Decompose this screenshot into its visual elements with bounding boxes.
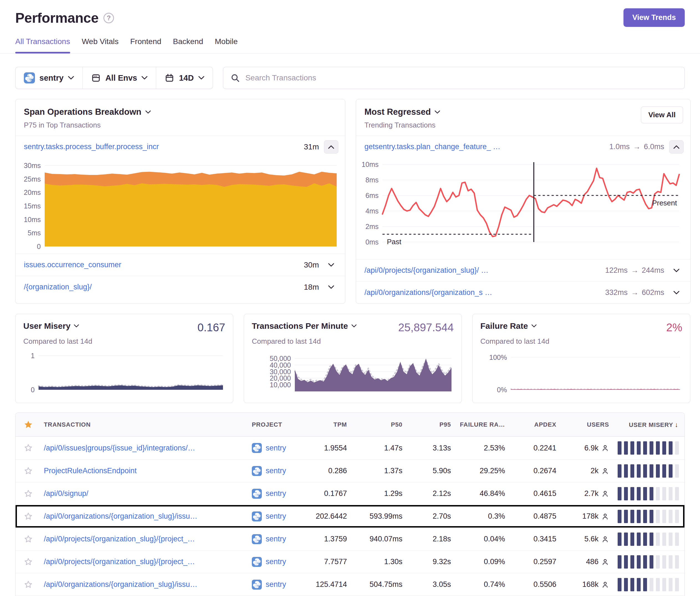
star-outline-icon[interactable] bbox=[24, 466, 33, 476]
star-outline-icon[interactable] bbox=[24, 443, 33, 453]
user-misery-bars bbox=[618, 441, 679, 455]
span-op-duration: 31m bbox=[304, 142, 319, 151]
environments-icon bbox=[91, 73, 101, 83]
transaction-link[interactable]: /api/0/issues|groups/{issue_id}/integrat… bbox=[44, 444, 195, 452]
column-header-p50[interactable]: P50 bbox=[353, 421, 408, 428]
svg-text:10ms: 10ms bbox=[24, 216, 41, 224]
tpm-panel: Transactions Per Minute 25,897.544 Compa… bbox=[244, 314, 462, 403]
transaction-link[interactable]: ProjectRuleActionsEndpoint bbox=[44, 467, 137, 475]
table-row[interactable]: /api/0/projects/{organization_slug}/{pro… bbox=[16, 550, 684, 573]
span-ops-title-dropdown[interactable]: Span Operations Breakdown bbox=[24, 107, 337, 117]
transaction-link[interactable]: /api/0/organizations/{organization_slug}… bbox=[44, 580, 197, 589]
project-link[interactable]: sentry bbox=[266, 467, 286, 475]
star-column-header[interactable] bbox=[16, 420, 41, 430]
expand-toggle-button[interactable] bbox=[669, 286, 684, 300]
tab-backend[interactable]: Backend bbox=[173, 37, 203, 53]
collapse-toggle-button[interactable] bbox=[669, 140, 684, 154]
transaction-link[interactable]: /api/0/projects/{organization_slug}/{pro… bbox=[44, 558, 195, 566]
environment-selector[interactable]: All Envs bbox=[82, 67, 156, 89]
column-header-project[interactable]: PROJECT bbox=[249, 421, 309, 428]
svg-text:0ms: 0ms bbox=[366, 238, 379, 246]
tab-all-transactions[interactable]: All Transactions bbox=[15, 37, 70, 53]
span-op-item-expanded: sentry.tasks.process_buffer.process_incr… bbox=[16, 135, 345, 158]
column-header-user-misery[interactable]: USER MISERY↓ bbox=[615, 421, 684, 429]
failure-rate-subtitle: Compared to last 14d bbox=[480, 337, 682, 346]
failure-rate-value: 29.25% bbox=[457, 467, 511, 475]
column-header-users[interactable]: USERS bbox=[562, 421, 615, 428]
expand-toggle-button[interactable] bbox=[669, 264, 684, 277]
tab-frontend[interactable]: Frontend bbox=[130, 37, 161, 53]
svg-text:6ms: 6ms bbox=[366, 191, 379, 199]
user-misery-title: User Misery bbox=[23, 321, 71, 331]
project-link[interactable]: sentry bbox=[266, 489, 286, 498]
span-op-link[interactable]: /{organization_slug}/ bbox=[24, 283, 92, 291]
user-misery-dropdown[interactable]: User Misery bbox=[23, 321, 79, 331]
user-icon bbox=[601, 490, 609, 498]
search-transactions-box[interactable] bbox=[223, 67, 685, 89]
date-range-selector[interactable]: 14D bbox=[156, 67, 212, 89]
tpm-dropdown[interactable]: Transactions Per Minute bbox=[252, 321, 357, 331]
star-outline-icon[interactable] bbox=[24, 512, 33, 521]
failure-rate-dropdown[interactable]: Failure Rate bbox=[480, 321, 536, 331]
chevron-down-icon bbox=[531, 324, 536, 328]
sort-descending-icon: ↓ bbox=[675, 421, 678, 428]
p95-value: 9.32s bbox=[408, 558, 457, 566]
regressed-transaction-link[interactable]: getsentry.tasks.plan_change_feature_ … bbox=[365, 142, 500, 151]
users-count: 486 bbox=[586, 558, 599, 566]
project-link[interactable]: sentry bbox=[266, 535, 286, 543]
users-count: 2.7k bbox=[584, 489, 599, 498]
regressed-transaction-link[interactable]: /api/0/organizations/{organization_s … bbox=[365, 288, 492, 297]
project-link[interactable]: sentry bbox=[266, 558, 286, 566]
star-outline-icon[interactable] bbox=[24, 535, 33, 544]
transaction-link[interactable]: /api/0/signup/ bbox=[44, 489, 89, 498]
span-op-link[interactable]: sentry.tasks.process_buffer.process_incr bbox=[24, 142, 159, 151]
expand-toggle-button[interactable] bbox=[324, 281, 339, 294]
table-row[interactable]: ProjectRuleActionsEndpoint sentry 0.286 … bbox=[16, 459, 684, 482]
collapse-toggle-button[interactable] bbox=[324, 140, 339, 154]
user-misery-subtitle: Compared to last 14d bbox=[23, 337, 225, 346]
project-link[interactable]: sentry bbox=[266, 512, 286, 521]
column-header-apdex[interactable]: APDEX bbox=[511, 421, 562, 428]
search-input[interactable] bbox=[246, 74, 677, 82]
table-row[interactable]: /api/0/signup/ sentry 0.1767 1.29s 2.12s… bbox=[16, 482, 684, 505]
column-header-transaction[interactable]: TRANSACTION bbox=[41, 421, 249, 428]
project-selector[interactable]: sentry bbox=[16, 67, 82, 89]
chevron-up-icon bbox=[328, 145, 334, 149]
tab-mobile[interactable]: Mobile bbox=[215, 37, 238, 53]
user-misery-bars bbox=[618, 533, 679, 546]
p95-value: 5.90s bbox=[408, 467, 457, 475]
column-header-tpm[interactable]: TPM bbox=[309, 421, 353, 428]
help-icon[interactable]: ? bbox=[103, 13, 114, 23]
tab-web-vitals[interactable]: Web Vitals bbox=[82, 37, 119, 53]
span-op-link[interactable]: issues.occurrence_consumer bbox=[24, 261, 121, 269]
star-outline-icon[interactable] bbox=[24, 489, 33, 498]
most-regressed-title-dropdown[interactable]: Most Regressed bbox=[365, 107, 682, 117]
svg-text:Present: Present bbox=[652, 199, 677, 207]
project-link[interactable]: sentry bbox=[266, 444, 286, 452]
filter-bar: sentry All Envs 14D bbox=[0, 53, 700, 89]
table-row[interactable]: /api/0/projects/{organization_slug}/{pro… bbox=[16, 527, 684, 550]
transaction-link[interactable]: /api/0/organizations/{organization_slug}… bbox=[44, 512, 197, 520]
star-outline-icon[interactable] bbox=[24, 557, 33, 567]
chevron-down-icon bbox=[673, 268, 679, 273]
user-misery-bars bbox=[618, 464, 679, 477]
tpm-subtitle: Compared to last 14d bbox=[252, 337, 454, 346]
star-outline-icon[interactable] bbox=[24, 580, 33, 589]
arrow-right-icon: → bbox=[631, 288, 639, 297]
table-row[interactable]: /api/0/organizations/{organization_slug}… bbox=[16, 573, 684, 596]
table-row[interactable]: /api/0/issues|groups/{issue_id}/integrat… bbox=[16, 437, 684, 459]
chevron-up-icon bbox=[673, 145, 679, 149]
tpm-value: 1.3759 bbox=[309, 535, 353, 543]
project-link[interactable]: sentry bbox=[266, 580, 286, 589]
column-header-failure-rate[interactable]: FAILURE RA… bbox=[457, 421, 511, 428]
view-all-button[interactable]: View All bbox=[641, 106, 683, 123]
regressed-transaction-link[interactable]: /api/0/projects/{organization_slug}/ … bbox=[365, 266, 489, 275]
failure-rate-value: 46.84% bbox=[457, 489, 511, 498]
column-header-p95[interactable]: P95 bbox=[408, 421, 457, 428]
transaction-link[interactable]: /api/0/projects/{organization_slug}/{pro… bbox=[44, 535, 195, 543]
table-row[interactable]: /api/0/organizations/{organization_slug}… bbox=[16, 505, 684, 527]
arrow-right-icon: → bbox=[633, 142, 641, 151]
view-trends-button[interactable]: View Trends bbox=[623, 8, 685, 27]
expand-toggle-button[interactable] bbox=[324, 258, 339, 272]
tpm-title: Transactions Per Minute bbox=[252, 321, 348, 331]
